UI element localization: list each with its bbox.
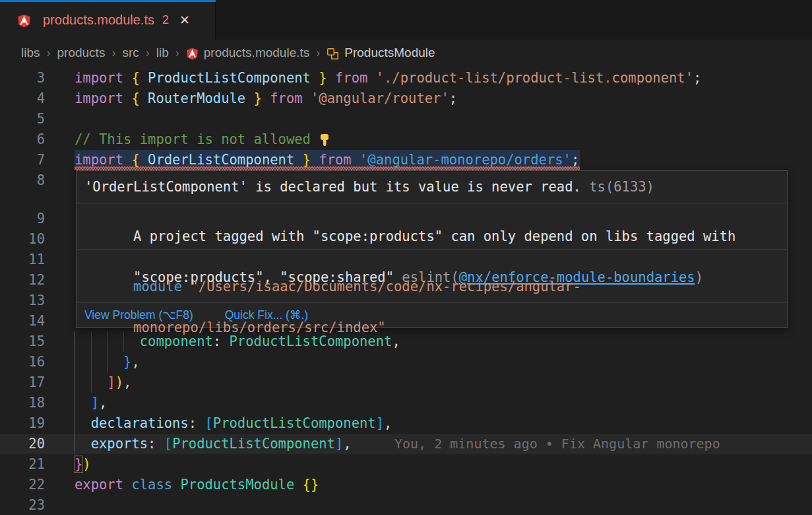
line-number[interactable]: 4 — [0, 88, 45, 109]
hover-diagnostic-eslint: A project tagged with "scope:products" c… — [77, 203, 787, 250]
line-number[interactable]: 21 — [0, 454, 45, 475]
code-text: // This import is not allowed — [75, 129, 330, 150]
line-number[interactable]: 12 — [0, 270, 45, 291]
line-number[interactable]: 11 — [0, 250, 45, 270]
code-text: export class ProductsModule {} — [75, 475, 319, 495]
breadcrumb: libs › products › src › lib › products.m… — [0, 40, 812, 66]
editor[interactable]: 3import { ProductListComponent } from '.… — [0, 66, 812, 515]
code-text: }) — [75, 454, 91, 475]
line-number[interactable]: 9 — [0, 209, 45, 229]
breadcrumb-separator: › — [47, 46, 51, 60]
code-line[interactable]: 6// This import is not allowed — [0, 129, 812, 150]
class-symbol-icon — [327, 48, 339, 60]
line-number[interactable]: 16 — [0, 352, 45, 372]
pointing-down-icon — [319, 133, 330, 147]
code-text: declarations: [ProductListComponent], — [75, 413, 392, 434]
diagnostic-source: ts(6133) — [581, 179, 654, 195]
code-line[interactable]: 18 ], — [0, 393, 812, 413]
code-line[interactable]: 20 exports: [ProductListComponent],You, … — [0, 434, 812, 454]
tab-label: products.module.ts — [43, 13, 154, 28]
code-line[interactable]: 21}) — [0, 454, 812, 475]
line-number[interactable]: 22 — [0, 475, 45, 495]
line-number[interactable]: 18 — [0, 393, 45, 413]
tab-bar: products.module.ts 2 ✕ — [0, 0, 812, 40]
line-number[interactable]: 20 — [0, 434, 45, 454]
quick-fix-action[interactable]: Quick Fix... (⌘.) — [225, 308, 308, 322]
line-number[interactable]: 14 — [0, 311, 45, 331]
code-line[interactable]: 23 — [0, 495, 812, 515]
code-text: import { ProductListComponent } from './… — [75, 68, 701, 88]
close-icon[interactable]: ✕ — [179, 13, 190, 28]
angular-icon — [186, 48, 199, 60]
code-line[interactable]: 4import { RouterModule } from '@angular/… — [0, 88, 812, 109]
code-line[interactable]: 3import { ProductListComponent } from '.… — [0, 68, 812, 88]
breadcrumb-item-products[interactable]: products — [57, 46, 106, 60]
line-number[interactable]: 19 — [0, 413, 45, 434]
hover-diagnostic-ts: 'OrderListComponent' is declared but its… — [77, 171, 787, 203]
code-line[interactable]: 7import { OrderListComponent } from '@an… — [0, 150, 812, 170]
git-blame-annotation: You, 2 minutes ago • Fix Angular monorep… — [394, 434, 720, 454]
code-line[interactable]: 5 — [0, 109, 812, 129]
line-number[interactable]: 8 — [0, 170, 45, 191]
breadcrumb-separator: › — [175, 46, 179, 60]
line-number[interactable]: 3 — [0, 68, 45, 88]
problems-badge: 2 — [162, 13, 169, 27]
diagnostic-message: 'OrderListComponent' is declared but its… — [84, 179, 581, 195]
code-text: exports: [ProductListComponent], — [75, 434, 352, 454]
view-problem-action[interactable]: View Problem (⌥F8) — [84, 308, 193, 322]
editor-tab[interactable]: products.module.ts 2 ✕ — [0, 0, 216, 40]
line-number[interactable]: 7 — [0, 150, 45, 170]
code-line[interactable]: 19 declarations: [ProductListComponent], — [0, 413, 812, 434]
code-line[interactable]: 17 ]), — [0, 372, 812, 393]
code-text: ], — [75, 393, 107, 413]
angular-icon — [17, 14, 31, 28]
line-number[interactable]: 23 — [0, 495, 45, 515]
code-line[interactable]: 22export class ProductsModule {} — [0, 475, 812, 495]
breadcrumb-separator: › — [316, 46, 320, 60]
line-number[interactable]: 17 — [0, 372, 45, 393]
error-hover-popup: 'OrderListComponent' is declared but its… — [76, 170, 788, 328]
breadcrumb-separator: › — [146, 46, 150, 60]
module-path-line2: monorepo/libs/orders/src/index" — [133, 320, 386, 335]
breadcrumb-file[interactable]: products.module.ts — [204, 46, 310, 60]
breadcrumb-symbol[interactable]: ProductsModule — [344, 46, 435, 60]
eslint-message-line1: A project tagged with "scope:products" c… — [133, 228, 735, 244]
eslint-source-suffix: ) — [695, 269, 703, 285]
active-tab-indicator — [0, 0, 216, 2]
code-text: ]), — [75, 372, 131, 393]
line-number[interactable]: 15 — [0, 331, 45, 352]
breadcrumb-item-src[interactable]: src — [122, 46, 139, 60]
line-number[interactable]: 13 — [0, 291, 45, 311]
code-line[interactable]: 16 }, — [0, 352, 812, 372]
breadcrumb-item-libs[interactable]: libs — [21, 46, 40, 60]
line-number[interactable]: 10 — [0, 229, 45, 250]
line-number[interactable]: 5 — [0, 109, 45, 129]
module-keyword: module — [133, 279, 182, 294]
line-number[interactable]: 6 — [0, 129, 45, 150]
breadcrumb-item-lib[interactable]: lib — [156, 46, 169, 60]
breadcrumb-separator: › — [111, 46, 115, 60]
code-text: import { RouterModule } from '@angular/r… — [75, 88, 457, 109]
module-path-line1: "/Users/isaac/Documents/code/nx-recipes/… — [182, 279, 581, 294]
